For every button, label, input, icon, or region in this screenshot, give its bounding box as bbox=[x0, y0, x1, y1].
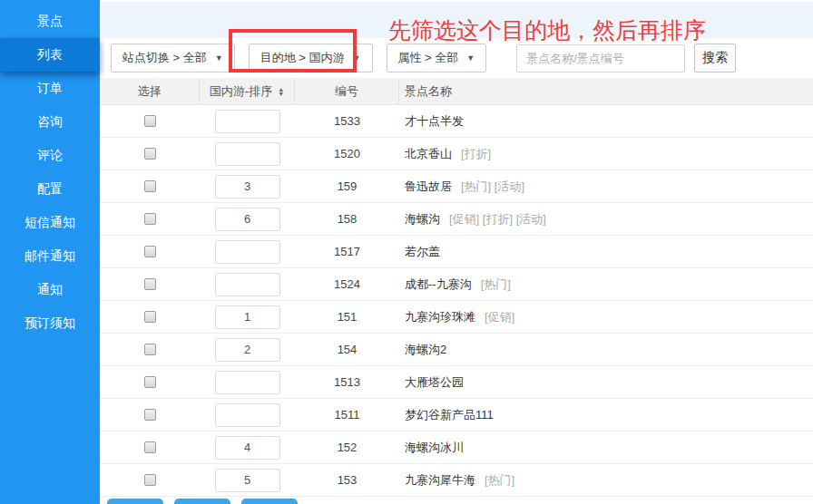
row-sort-cell bbox=[200, 403, 295, 427]
sidebar-item-0[interactable]: 景点 bbox=[0, 5, 100, 38]
row-name: 海螺沟冰川 bbox=[405, 441, 464, 454]
row-checkbox[interactable] bbox=[144, 180, 156, 192]
row-select-cell bbox=[100, 115, 200, 127]
row-name-cell: 北京香山[打折] bbox=[399, 146, 813, 162]
sort-order-input[interactable] bbox=[215, 436, 280, 460]
table-row: 1520 北京香山[打折] bbox=[100, 138, 813, 170]
row-select-cell bbox=[100, 344, 200, 355]
header-name: 景点名称 bbox=[399, 78, 813, 104]
row-checkbox[interactable] bbox=[144, 246, 156, 257]
row-select-cell bbox=[100, 180, 200, 192]
table-row: 1513 大雁塔公园 bbox=[100, 366, 813, 399]
sidebar: 景点 列表 订单 咨询 评论 配置 短信通知 邮件通知 通知 bbox=[0, 0, 100, 504]
row-checkbox[interactable] bbox=[144, 278, 156, 290]
row-sort-cell bbox=[200, 436, 295, 460]
row-sort-cell bbox=[200, 273, 295, 296]
sort-order-input[interactable] bbox=[215, 403, 280, 427]
row-name: 若尔盖 bbox=[405, 245, 440, 258]
row-checkbox[interactable] bbox=[144, 441, 156, 453]
sidebar-item-label: 订单 bbox=[37, 81, 63, 97]
sort-order-input[interactable] bbox=[215, 240, 280, 264]
table-row: 151 九寨沟珍珠滩[促销] bbox=[100, 301, 813, 334]
sidebar-item-2[interactable]: 订单 bbox=[0, 72, 100, 105]
sidebar-item-9[interactable]: 预订须知 bbox=[0, 306, 100, 340]
top-strip bbox=[100, 0, 813, 38]
row-tags: [促销] [打折] [活动] bbox=[449, 212, 546, 226]
sidebar-item-5[interactable]: 配置 bbox=[0, 172, 100, 206]
attribute-filter-button[interactable]: 属性 > 全部 ▼ bbox=[387, 44, 487, 73]
row-tags: [打折] bbox=[461, 147, 491, 160]
sidebar-item-7[interactable]: 邮件通知 bbox=[0, 239, 100, 273]
sidebar-item-8[interactable]: 通知 bbox=[0, 273, 100, 306]
row-name-cell: 梦幻谷新产品111 bbox=[399, 407, 813, 423]
row-id: 153 bbox=[295, 473, 399, 487]
row-id: 1520 bbox=[295, 147, 399, 160]
sidebar-item-3[interactable]: 咨询 bbox=[0, 105, 100, 139]
sort-order-input[interactable] bbox=[215, 175, 280, 199]
table-row: 153 九寨沟犀牛海[热门] bbox=[100, 464, 813, 497]
row-name: 海螺沟2 bbox=[405, 343, 446, 356]
sidebar-item-label: 邮件通知 bbox=[24, 248, 75, 265]
table-row: 1533 才十点半发 bbox=[100, 105, 813, 138]
sidebar-item-1[interactable]: 列表 bbox=[0, 38, 100, 72]
sidebar-item-label: 评论 bbox=[37, 148, 63, 164]
header-sort-column[interactable]: 国内游-排序 ▲▼ bbox=[200, 78, 295, 104]
row-id: 1513 bbox=[295, 375, 399, 389]
row-name-cell: 海螺沟冰川 bbox=[399, 440, 813, 456]
sidebar-item-label: 咨询 bbox=[37, 114, 63, 131]
sort-order-input[interactable] bbox=[215, 305, 280, 329]
row-id: 159 bbox=[295, 179, 399, 193]
table-row: 154 海螺沟2 bbox=[100, 334, 813, 366]
bottom-action-button-3[interactable] bbox=[241, 499, 298, 504]
bottom-action-button-2[interactable] bbox=[174, 499, 230, 504]
sidebar-item-6[interactable]: 短信通知 bbox=[0, 206, 100, 239]
destination-filter-label: 目的地 > 国内游 bbox=[260, 50, 345, 66]
row-name: 才十点半发 bbox=[405, 114, 464, 128]
row-sort-cell bbox=[200, 142, 295, 166]
row-checkbox[interactable] bbox=[144, 376, 156, 388]
site-switch-filter-button[interactable]: 站点切换 > 全部 ▼ bbox=[111, 44, 235, 73]
row-checkbox[interactable] bbox=[144, 148, 156, 160]
row-checkbox[interactable] bbox=[144, 311, 156, 323]
row-select-cell bbox=[100, 441, 200, 453]
filter-toolbar: 站点切换 > 全部 ▼ 目的地 > 国内游 ▼ 属性 > 全部 ▼ 搜索 bbox=[100, 38, 813, 78]
table-body: 1533 才十点半发 1520 北京香山[打折] bbox=[100, 105, 813, 497]
search-input[interactable] bbox=[516, 44, 685, 73]
row-select-cell bbox=[100, 474, 200, 486]
row-id: 151 bbox=[295, 310, 399, 324]
row-checkbox[interactable] bbox=[144, 115, 156, 127]
row-tags: [热门] [活动] bbox=[461, 179, 524, 193]
search-button[interactable]: 搜索 bbox=[694, 44, 736, 73]
row-checkbox[interactable] bbox=[144, 409, 156, 421]
sort-order-input[interactable] bbox=[215, 208, 280, 231]
destination-filter-button[interactable]: 目的地 > 国内游 ▼ bbox=[249, 44, 373, 73]
sort-order-input[interactable] bbox=[215, 273, 280, 296]
sort-order-input[interactable] bbox=[215, 110, 280, 133]
sort-arrows-icon[interactable]: ▲▼ bbox=[278, 87, 284, 96]
bottom-action-button-1[interactable] bbox=[107, 499, 163, 504]
row-checkbox[interactable] bbox=[144, 474, 156, 486]
row-id: 1517 bbox=[295, 245, 399, 258]
sidebar-item-label: 通知 bbox=[37, 282, 63, 298]
row-checkbox[interactable] bbox=[144, 344, 156, 355]
sort-order-input[interactable] bbox=[215, 371, 280, 394]
chevron-down-icon: ▼ bbox=[466, 54, 475, 63]
sidebar-item-label: 预订须知 bbox=[24, 315, 75, 332]
row-name: 大雁塔公园 bbox=[405, 375, 464, 389]
header-sort-label: 国内游-排序 bbox=[210, 83, 272, 100]
table-row: 1517 若尔盖 bbox=[100, 236, 813, 268]
row-name: 九寨沟珍珠滩 bbox=[405, 310, 475, 324]
row-name: 成都--九寨沟 bbox=[405, 277, 472, 291]
row-name-cell: 若尔盖 bbox=[399, 244, 813, 260]
table-row: 1511 梦幻谷新产品111 bbox=[100, 399, 813, 431]
sort-order-input[interactable] bbox=[215, 469, 280, 492]
row-checkbox[interactable] bbox=[144, 213, 156, 225]
sidebar-item-4[interactable]: 评论 bbox=[0, 139, 100, 172]
row-name: 鲁迅故居 bbox=[405, 179, 452, 193]
row-name: 九寨沟犀牛海 bbox=[405, 473, 475, 487]
table-row: 158 海螺沟[促销] [打折] [活动] bbox=[100, 203, 813, 236]
sort-order-input[interactable] bbox=[215, 338, 280, 362]
row-tags: [热门] bbox=[481, 277, 511, 291]
sort-order-input[interactable] bbox=[215, 142, 280, 166]
row-tags: [促销] bbox=[485, 310, 514, 324]
